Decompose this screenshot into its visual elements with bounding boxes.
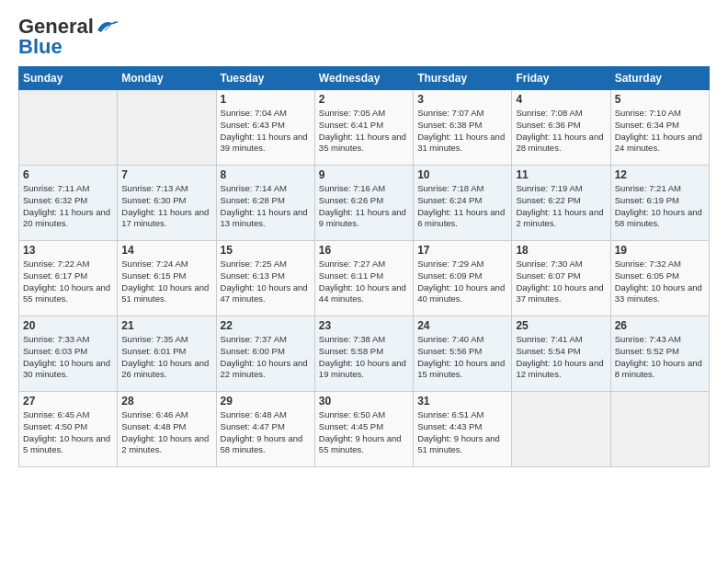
day-number: 23 bbox=[319, 319, 409, 332]
day-number: 11 bbox=[516, 168, 606, 181]
cell-content: Sunrise: 7:41 AM Sunset: 5:54 PM Dayligh… bbox=[516, 334, 606, 381]
day-number: 6 bbox=[23, 168, 113, 181]
day-number: 4 bbox=[516, 93, 606, 106]
week-row-3: 13Sunrise: 7:22 AM Sunset: 6:17 PM Dayli… bbox=[19, 241, 710, 316]
calendar-cell: 16Sunrise: 7:27 AM Sunset: 6:11 PM Dayli… bbox=[314, 241, 413, 316]
day-number: 19 bbox=[615, 244, 705, 257]
calendar-cell: 4Sunrise: 7:08 AM Sunset: 6:36 PM Daylig… bbox=[512, 90, 610, 166]
day-header-wednesday: Wednesday bbox=[314, 67, 413, 90]
day-header-saturday: Saturday bbox=[610, 67, 709, 90]
cell-content: Sunrise: 6:48 AM Sunset: 4:47 PM Dayligh… bbox=[221, 409, 311, 456]
day-number: 8 bbox=[221, 168, 311, 181]
cell-content: Sunrise: 7:14 AM Sunset: 6:28 PM Dayligh… bbox=[221, 183, 311, 230]
day-number: 7 bbox=[121, 168, 211, 181]
calendar-cell: 10Sunrise: 7:18 AM Sunset: 6:24 PM Dayli… bbox=[414, 166, 512, 241]
cell-content: Sunrise: 6:45 AM Sunset: 4:50 PM Dayligh… bbox=[23, 409, 113, 456]
day-number: 20 bbox=[23, 319, 113, 332]
calendar-cell: 8Sunrise: 7:14 AM Sunset: 6:28 PM Daylig… bbox=[216, 166, 314, 241]
cell-content: Sunrise: 7:33 AM Sunset: 6:03 PM Dayligh… bbox=[23, 334, 113, 381]
calendar-table: SundayMondayTuesdayWednesdayThursdayFrid… bbox=[18, 66, 710, 467]
calendar-cell: 19Sunrise: 7:32 AM Sunset: 6:05 PM Dayli… bbox=[610, 241, 709, 316]
day-number: 12 bbox=[615, 168, 705, 181]
calendar-cell: 9Sunrise: 7:16 AM Sunset: 6:26 PM Daylig… bbox=[314, 166, 413, 241]
day-header-friday: Friday bbox=[512, 67, 610, 90]
day-number: 3 bbox=[417, 93, 507, 106]
calendar-cell bbox=[610, 392, 709, 467]
day-number: 22 bbox=[221, 319, 311, 332]
calendar-cell: 6Sunrise: 7:11 AM Sunset: 6:32 PM Daylig… bbox=[19, 166, 118, 241]
logo: General Blue bbox=[18, 15, 119, 59]
calendar-cell: 22Sunrise: 7:37 AM Sunset: 6:00 PM Dayli… bbox=[216, 316, 314, 392]
day-number: 31 bbox=[417, 395, 507, 408]
calendar-cell bbox=[118, 90, 216, 166]
calendar-cell: 17Sunrise: 7:29 AM Sunset: 6:09 PM Dayli… bbox=[414, 241, 512, 316]
day-number: 24 bbox=[417, 319, 507, 332]
day-header-monday: Monday bbox=[118, 67, 216, 90]
header: General Blue bbox=[18, 15, 710, 59]
day-number: 1 bbox=[221, 93, 311, 106]
day-number: 5 bbox=[615, 93, 705, 106]
calendar-cell: 28Sunrise: 6:46 AM Sunset: 4:48 PM Dayli… bbox=[118, 392, 216, 467]
week-row-4: 20Sunrise: 7:33 AM Sunset: 6:03 PM Dayli… bbox=[19, 316, 710, 392]
calendar-cell: 26Sunrise: 7:43 AM Sunset: 5:52 PM Dayli… bbox=[610, 316, 709, 392]
day-number: 25 bbox=[516, 319, 606, 332]
day-number: 14 bbox=[121, 244, 211, 257]
calendar-cell: 5Sunrise: 7:10 AM Sunset: 6:34 PM Daylig… bbox=[610, 90, 709, 166]
cell-content: Sunrise: 7:18 AM Sunset: 6:24 PM Dayligh… bbox=[417, 183, 507, 230]
calendar-cell: 24Sunrise: 7:40 AM Sunset: 5:56 PM Dayli… bbox=[414, 316, 512, 392]
calendar-cell: 14Sunrise: 7:24 AM Sunset: 6:15 PM Dayli… bbox=[118, 241, 216, 316]
calendar-cell: 11Sunrise: 7:19 AM Sunset: 6:22 PM Dayli… bbox=[512, 166, 610, 241]
day-number: 29 bbox=[221, 395, 311, 408]
calendar-cell: 13Sunrise: 7:22 AM Sunset: 6:17 PM Dayli… bbox=[19, 241, 118, 316]
cell-content: Sunrise: 7:25 AM Sunset: 6:13 PM Dayligh… bbox=[221, 259, 311, 305]
cell-content: Sunrise: 7:29 AM Sunset: 6:09 PM Dayligh… bbox=[417, 259, 507, 305]
calendar-cell: 27Sunrise: 6:45 AM Sunset: 4:50 PM Dayli… bbox=[19, 392, 118, 467]
cell-content: Sunrise: 7:11 AM Sunset: 6:32 PM Dayligh… bbox=[23, 183, 113, 230]
day-number: 27 bbox=[23, 395, 113, 408]
day-header-sunday: Sunday bbox=[19, 67, 118, 90]
calendar-cell: 18Sunrise: 7:30 AM Sunset: 6:07 PM Dayli… bbox=[512, 241, 610, 316]
calendar-cell: 25Sunrise: 7:41 AM Sunset: 5:54 PM Dayli… bbox=[512, 316, 610, 392]
logo-bird-icon bbox=[96, 17, 119, 36]
calendar-cell bbox=[19, 90, 118, 166]
cell-content: Sunrise: 6:51 AM Sunset: 4:43 PM Dayligh… bbox=[417, 409, 507, 456]
calendar-cell: 30Sunrise: 6:50 AM Sunset: 4:45 PM Dayli… bbox=[314, 392, 413, 467]
calendar-cell: 23Sunrise: 7:38 AM Sunset: 5:58 PM Dayli… bbox=[314, 316, 413, 392]
day-number: 17 bbox=[417, 244, 507, 257]
cell-content: Sunrise: 7:10 AM Sunset: 6:34 PM Dayligh… bbox=[615, 108, 705, 155]
day-number: 10 bbox=[417, 168, 507, 181]
cell-content: Sunrise: 7:40 AM Sunset: 5:56 PM Dayligh… bbox=[417, 334, 507, 381]
day-number: 15 bbox=[221, 244, 311, 257]
day-number: 13 bbox=[23, 244, 113, 257]
cell-content: Sunrise: 7:04 AM Sunset: 6:43 PM Dayligh… bbox=[221, 108, 311, 155]
cell-content: Sunrise: 7:30 AM Sunset: 6:07 PM Dayligh… bbox=[516, 259, 606, 305]
cell-content: Sunrise: 7:24 AM Sunset: 6:15 PM Dayligh… bbox=[121, 259, 211, 305]
calendar-cell: 15Sunrise: 7:25 AM Sunset: 6:13 PM Dayli… bbox=[216, 241, 314, 316]
cell-content: Sunrise: 7:37 AM Sunset: 6:00 PM Dayligh… bbox=[221, 334, 311, 381]
cell-content: Sunrise: 7:43 AM Sunset: 5:52 PM Dayligh… bbox=[615, 334, 705, 381]
day-number: 9 bbox=[319, 168, 409, 181]
calendar-cell: 29Sunrise: 6:48 AM Sunset: 4:47 PM Dayli… bbox=[216, 392, 314, 467]
calendar-cell: 3Sunrise: 7:07 AM Sunset: 6:38 PM Daylig… bbox=[414, 90, 512, 166]
logo-blue-text: Blue bbox=[18, 35, 63, 59]
cell-content: Sunrise: 7:22 AM Sunset: 6:17 PM Dayligh… bbox=[23, 259, 113, 305]
week-row-5: 27Sunrise: 6:45 AM Sunset: 4:50 PM Dayli… bbox=[19, 392, 710, 467]
day-number: 26 bbox=[615, 319, 705, 332]
calendar-cell: 2Sunrise: 7:05 AM Sunset: 6:41 PM Daylig… bbox=[314, 90, 413, 166]
cell-content: Sunrise: 7:19 AM Sunset: 6:22 PM Dayligh… bbox=[516, 183, 606, 230]
cell-content: Sunrise: 7:08 AM Sunset: 6:36 PM Dayligh… bbox=[516, 108, 606, 155]
cell-content: Sunrise: 7:35 AM Sunset: 6:01 PM Dayligh… bbox=[121, 334, 211, 381]
day-header-tuesday: Tuesday bbox=[216, 67, 314, 90]
page: General Blue SundayMondayTuesdayWednesda… bbox=[0, 0, 728, 477]
day-number: 28 bbox=[121, 395, 211, 408]
calendar-cell: 7Sunrise: 7:13 AM Sunset: 6:30 PM Daylig… bbox=[118, 166, 216, 241]
week-row-2: 6Sunrise: 7:11 AM Sunset: 6:32 PM Daylig… bbox=[19, 166, 710, 241]
calendar-cell: 12Sunrise: 7:21 AM Sunset: 6:19 PM Dayli… bbox=[610, 166, 709, 241]
calendar-cell: 21Sunrise: 7:35 AM Sunset: 6:01 PM Dayli… bbox=[118, 316, 216, 392]
calendar-body: 1Sunrise: 7:04 AM Sunset: 6:43 PM Daylig… bbox=[19, 90, 710, 467]
day-number: 16 bbox=[319, 244, 409, 257]
cell-content: Sunrise: 7:27 AM Sunset: 6:11 PM Dayligh… bbox=[319, 259, 409, 305]
cell-content: Sunrise: 7:05 AM Sunset: 6:41 PM Dayligh… bbox=[319, 108, 409, 155]
header-row: SundayMondayTuesdayWednesdayThursdayFrid… bbox=[19, 67, 710, 90]
calendar-cell: 31Sunrise: 6:51 AM Sunset: 4:43 PM Dayli… bbox=[414, 392, 512, 467]
